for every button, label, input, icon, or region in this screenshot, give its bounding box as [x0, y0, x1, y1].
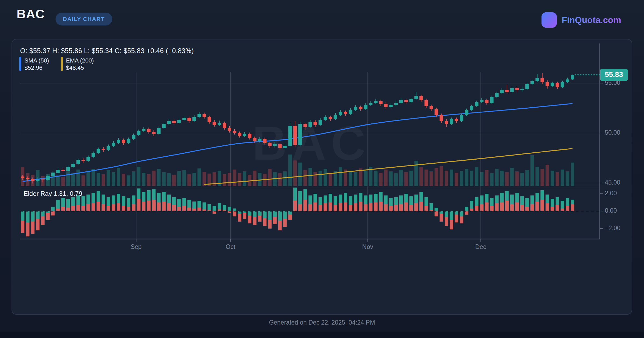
ema-color-bar — [61, 57, 63, 71]
ema-label: EMA (200) — [66, 57, 94, 64]
bottom-band — [0, 332, 644, 338]
page: BAC DAILY CHART FinQuota.com SepOctNovDe… — [0, 0, 644, 338]
brand-logo-icon — [541, 12, 557, 28]
sma-label: SMA (50) — [24, 57, 49, 64]
elder-ray-label: Elder Ray 1.31, 0.79 — [24, 190, 82, 197]
symbol-title: BAC — [17, 6, 45, 21]
legend-item-sma: SMA (50) $52.96 — [19, 57, 49, 71]
sma-color-bar — [19, 57, 21, 71]
brand-name: FinQuota.com — [562, 15, 621, 25]
sma-value: $52.96 — [24, 64, 49, 71]
ohlc-readout: O: $55.37 H: $55.86 L: $55.34 C: $55.83 … — [20, 47, 194, 55]
generated-timestamp: Generated on Dec 22, 2025, 04:24 PM — [0, 319, 644, 326]
ema-value: $48.45 — [66, 64, 94, 71]
indicator-legend: SMA (50) $52.96 EMA (200) $48.45 — [19, 57, 94, 71]
brand-link[interactable]: FinQuota.com — [541, 12, 621, 28]
daily-chart-badge: DAILY CHART — [56, 13, 112, 25]
chart-card — [12, 39, 632, 315]
legend-item-ema: EMA (200) $48.45 — [61, 57, 94, 71]
